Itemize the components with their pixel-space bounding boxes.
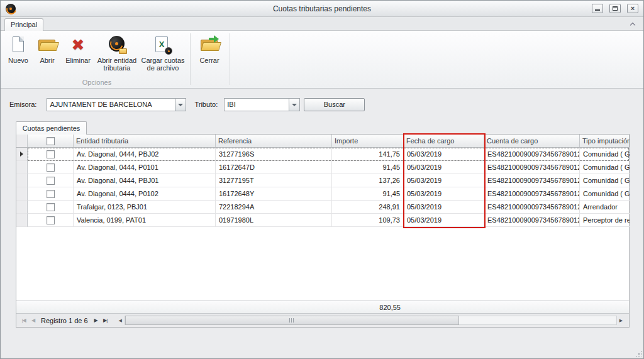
table-row[interactable]: Av. Diagonal, 0444, PBJ02 31277196S 141,… (16, 148, 629, 161)
cell-referencia: 01971980L (216, 214, 332, 227)
row-indicator (16, 148, 28, 161)
cell-cuenta: ES4821000900973456789012 (484, 161, 580, 174)
row-indicator (16, 187, 28, 201)
status-bar (1, 348, 643, 358)
cell-checkbox (28, 187, 74, 201)
cell-referencia: 16172647D (216, 161, 332, 174)
cell-cuenta: ES4821000900973456789012 (484, 201, 580, 214)
previous-record-button[interactable]: ◀ (28, 318, 38, 323)
column-header-referencia[interactable]: Referencia (216, 135, 332, 147)
buscar-button[interactable]: Buscar (304, 98, 365, 111)
open-folder-icon (36, 35, 58, 55)
tab-principal[interactable]: Principal (4, 18, 43, 31)
ribbon-separator (190, 33, 191, 85)
row-checkbox[interactable] (47, 163, 55, 172)
grid-empty-area (16, 227, 629, 301)
row-indicator (16, 214, 28, 227)
cell-referencia: 31277196S (216, 148, 332, 161)
table-row[interactable]: Trafalgar, 0123, PBJ01 72218294A 248,91 … (16, 201, 629, 214)
row-indicator (16, 201, 28, 214)
scrollbar-track[interactable] (125, 316, 617, 325)
eliminar-button[interactable]: ✖ Eliminar (62, 33, 94, 64)
tab-cuotas-pendientes[interactable]: Cuotas pendientes (16, 121, 87, 135)
column-header-entidad[interactable]: Entidad tributaria (74, 135, 216, 147)
column-header-importe[interactable]: Importe (332, 135, 404, 147)
cell-referencia: 72218294A (216, 201, 332, 214)
cell-tipo: Arrendador (580, 201, 630, 214)
cell-tipo: Comunidad ( Ga (580, 148, 630, 161)
cell-importe: 91,45 (332, 187, 404, 201)
tributo-combobox[interactable]: IBI (224, 98, 300, 111)
table-row[interactable]: Av. Diagonal, 0444, PBJ01 31277195T 137,… (16, 174, 629, 187)
grid-header-row: Entidad tributaria Referencia Importe Fe… (16, 135, 629, 148)
row-checkbox[interactable] (47, 177, 55, 185)
table-row[interactable]: Av. Diagonal, 0444, P0101 16172647D 91,4… (16, 161, 629, 174)
cell-entidad: Av. Diagonal, 0444, PBJ02 (74, 148, 216, 161)
select-all-checkbox[interactable] (47, 137, 55, 145)
column-header-tipo-imputacion[interactable]: Tipo imputación (580, 135, 630, 147)
cell-cuenta: ES4821000900973456789012 (484, 187, 580, 201)
cell-cuenta: ES4821000900973456789012 (484, 214, 580, 227)
column-header-fecha-de-cargo[interactable]: Fecha de cargo (404, 135, 484, 147)
maximize-icon (613, 6, 618, 11)
cell-entidad: Av. Diagonal, 0444, P0101 (74, 161, 216, 174)
first-record-button[interactable]: |◀ (19, 318, 28, 323)
delete-icon: ✖ (67, 35, 89, 55)
row-checkbox[interactable] (47, 216, 55, 224)
scroll-right-icon[interactable]: ▶ (617, 318, 625, 323)
ribbon-collapse-icon[interactable] (630, 21, 636, 27)
dropdown-arrow-icon[interactable] (289, 99, 299, 111)
next-record-button[interactable]: ▶ (91, 318, 101, 323)
cerrar-label: Cerrar (199, 57, 219, 64)
cell-checkbox (28, 174, 74, 187)
dropdown-arrow-icon[interactable] (175, 99, 186, 111)
ribbon-toolbar: Nuevo Abrir ✖ Eliminar Abrir entidad tri… (1, 30, 643, 89)
row-checkbox[interactable] (47, 150, 55, 158)
emisora-combobox[interactable]: AJUNTAMENT DE BARCELONA (47, 98, 186, 111)
resize-grip-icon[interactable] (635, 350, 641, 356)
grid-summary-row: 820,55 (16, 301, 629, 313)
cell-importe: 109,73 (332, 214, 404, 227)
record-position-text: Registro 1 de 6 (41, 317, 88, 324)
minimize-button[interactable] (592, 4, 603, 13)
entity-logo-icon (106, 35, 128, 55)
cell-fecha: 05/03/2019 (404, 214, 484, 227)
cell-entidad: Trafalgar, 0123, PBJ01 (74, 201, 216, 214)
scrollbar-thumb[interactable] (125, 316, 459, 325)
window-controls: × (592, 4, 638, 13)
table-row[interactable]: Av. Diagonal, 0444, P0102 16172648Y 91,4… (16, 187, 629, 201)
importe-total: 820,55 (16, 304, 404, 311)
horizontal-scrollbar[interactable]: ◀ ▶ (116, 316, 625, 326)
row-checkbox[interactable] (47, 203, 55, 211)
column-header-cuenta-de-cargo[interactable]: Cuenta de cargo (484, 135, 580, 147)
last-record-button[interactable]: ▶| (101, 318, 110, 323)
cell-fecha: 05/03/2019 (404, 201, 484, 214)
app-window: Cuotas tributarias pendientes × Principa… (0, 0, 644, 359)
cell-checkbox (28, 148, 74, 161)
ribbon-group-label: Opciones (4, 79, 189, 86)
scroll-left-icon[interactable]: ◀ (116, 318, 125, 323)
row-checkbox[interactable] (47, 190, 55, 198)
titlebar: Cuotas tributarias pendientes × (1, 1, 643, 17)
close-button[interactable]: × (627, 4, 638, 13)
cell-fecha: 05/03/2019 (404, 148, 484, 161)
cell-entidad: Valencia, 0199, PAT01 (74, 214, 216, 227)
abrir-entidad-button[interactable]: Abrir entidad tributaria (95, 33, 139, 72)
cargar-cuotas-label: Cargar cuotas de archivo (140, 57, 186, 72)
cerrar-button[interactable]: Cerrar (194, 33, 225, 64)
table-row[interactable]: Valencia, 0199, PAT01 01971980L 109,73 0… (16, 214, 629, 227)
cell-checkbox (28, 201, 74, 214)
cell-checkbox (28, 161, 74, 174)
maximize-button[interactable] (609, 4, 621, 13)
close-icon: × (628, 4, 638, 13)
cargar-cuotas-button[interactable]: Cargar cuotas de archivo (140, 33, 186, 72)
tributo-value: IBI (225, 99, 289, 111)
cell-fecha: 05/03/2019 (404, 161, 484, 174)
cell-tipo: Comunidad ( Ga (580, 187, 630, 201)
abrir-button[interactable]: Abrir (33, 33, 61, 64)
cell-cuenta: ES4821000900973456789012 (484, 148, 580, 161)
cell-referencia: 16172648Y (216, 187, 332, 201)
nuevo-button[interactable]: Nuevo (4, 33, 32, 64)
cell-entidad: Av. Diagonal, 0444, P0102 (74, 187, 216, 201)
minimize-icon (595, 9, 600, 11)
